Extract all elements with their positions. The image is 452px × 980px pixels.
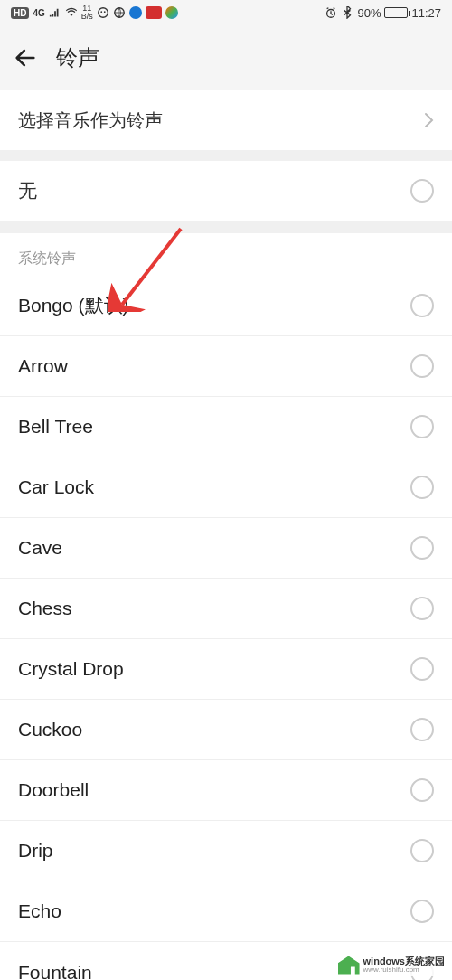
clock-time: 11:27 xyxy=(411,6,441,20)
ringtone-row[interactable]: Cave xyxy=(0,518,452,579)
section-header-system: 系统铃声 xyxy=(0,250,452,276)
app-icon-gradient xyxy=(165,6,178,19)
status-bar: HD 4G 11B/s 90% 11:27 xyxy=(0,0,452,25)
radio-ringtone[interactable] xyxy=(410,900,434,923)
ringtone-row[interactable]: Cuckoo xyxy=(0,700,452,760)
bluetooth-icon xyxy=(341,6,353,19)
none-row[interactable]: 无 xyxy=(0,161,452,221)
radio-ringtone[interactable] xyxy=(410,839,434,862)
radio-none[interactable] xyxy=(410,179,434,203)
header: 铃声 xyxy=(0,25,452,90)
ringtone-label: Crystal Drop xyxy=(18,658,124,680)
wifi-icon xyxy=(65,6,78,19)
ringtone-label: Drip xyxy=(18,840,53,862)
network-4g-icon: 4G xyxy=(33,8,44,18)
radio-ringtone[interactable] xyxy=(410,657,434,681)
radio-ringtone[interactable] xyxy=(410,476,434,499)
ringtone-label: Doorbell xyxy=(18,779,89,801)
svg-point-1 xyxy=(100,11,102,13)
ringtone-row[interactable]: Echo xyxy=(0,881,452,942)
watermark: windows系统家园 www.ruishifu.com xyxy=(334,954,448,976)
ringtone-label: Arrow xyxy=(18,355,68,377)
ringtone-row[interactable]: Bongo (默认) xyxy=(0,276,452,336)
ringtone-label: Cave xyxy=(18,537,62,559)
signal-icon xyxy=(49,6,61,19)
app-icon-blue xyxy=(129,6,142,19)
radio-ringtone[interactable] xyxy=(410,597,434,620)
select-music-label: 选择音乐作为铃声 xyxy=(18,108,163,133)
ringtone-label: Chess xyxy=(18,598,72,619)
radio-ringtone[interactable] xyxy=(410,294,434,317)
page-title: 铃声 xyxy=(56,43,99,72)
back-icon[interactable] xyxy=(13,45,38,71)
ringtone-label: Bell Tree xyxy=(18,416,93,438)
ringtone-label: Echo xyxy=(18,900,61,922)
ringtone-row[interactable]: Arrow xyxy=(0,336,452,397)
radio-ringtone[interactable] xyxy=(410,536,434,560)
ringtone-row[interactable]: Crystal Drop xyxy=(0,639,452,700)
watermark-logo-icon xyxy=(338,956,360,975)
svg-point-2 xyxy=(104,11,106,13)
ringtone-label: Fountain xyxy=(18,962,92,981)
select-music-row[interactable]: 选择音乐作为铃声 xyxy=(0,90,452,150)
chevron-right-icon xyxy=(423,111,434,129)
speed-indicator: 11B/s xyxy=(81,5,93,21)
battery-icon xyxy=(384,7,408,18)
ringtone-row[interactable]: Drip xyxy=(0,821,452,881)
system-ringtone-section: 系统铃声 Bongo (默认)ArrowBell TreeCar LockCav… xyxy=(0,233,452,980)
app-icon-red xyxy=(146,6,162,19)
radio-ringtone[interactable] xyxy=(410,415,434,438)
globe-icon xyxy=(113,6,126,19)
ringtone-row[interactable]: Doorbell xyxy=(0,760,452,821)
radio-ringtone[interactable] xyxy=(410,354,434,378)
ringtone-row[interactable]: Bell Tree xyxy=(0,397,452,457)
watermark-sub: www.ruishifu.com xyxy=(363,966,445,975)
hd-badge: HD xyxy=(11,7,29,19)
ringtone-label: Bongo (默认) xyxy=(18,293,129,318)
ringtone-label: Car Lock xyxy=(18,476,94,498)
alarm-icon xyxy=(325,6,337,19)
ringtone-row[interactable]: Chess xyxy=(0,579,452,639)
none-label: 无 xyxy=(18,178,37,203)
qq-icon xyxy=(97,6,109,19)
radio-ringtone[interactable] xyxy=(410,778,434,802)
radio-ringtone[interactable] xyxy=(410,718,434,741)
svg-point-0 xyxy=(99,8,108,18)
battery-percent: 90% xyxy=(357,6,381,20)
ringtone-row[interactable]: Car Lock xyxy=(0,457,452,518)
ringtone-label: Cuckoo xyxy=(18,719,82,740)
